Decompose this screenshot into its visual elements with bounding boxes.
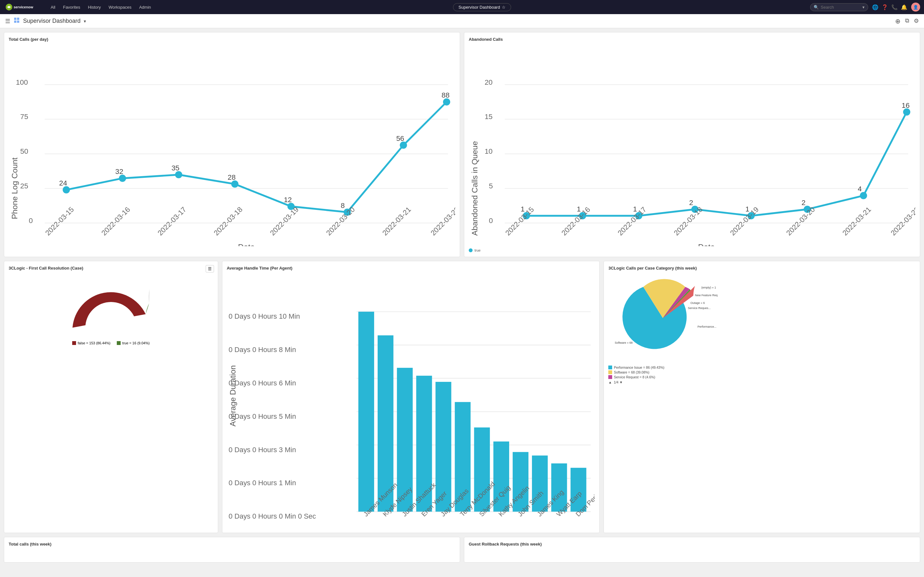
total-calls-week-title: Total calls (this week) (9, 542, 455, 546)
top-navigation: servicenow All Favorites History Workspa… (0, 0, 924, 14)
nav-admin[interactable]: Admin (136, 3, 155, 11)
svg-text:0: 0 (489, 217, 493, 225)
svg-point-20 (231, 181, 238, 187)
svg-text:Date: Date (238, 243, 255, 246)
abandoned-legend: true (469, 248, 915, 252)
hamburger-button[interactable]: ☰ (5, 18, 10, 25)
svg-rect-5 (17, 21, 19, 23)
service-label: Service Request = 8 (4.6%) (614, 375, 655, 379)
svg-point-23 (400, 142, 407, 148)
pagination-row: ▲ 1/4 ▼ (608, 380, 915, 384)
svg-text:12: 12 (284, 196, 292, 204)
nav-workspaces[interactable]: Workspaces (105, 3, 134, 11)
search-box[interactable]: 🔍 ▾ (810, 3, 868, 11)
gauge-false-label: false = 153 (86.44%) (72, 341, 110, 345)
subheader: ☰ Supervisor Dashboard ▾ ⊕ ⧉ ⚙ (0, 14, 924, 28)
help-icon[interactable]: ❓ (882, 4, 888, 10)
svg-text:0 Days 0 Hours 6 Min: 0 Days 0 Hours 6 Min (229, 379, 296, 387)
avatar[interactable]: 👤 (911, 3, 920, 11)
software-swatch (608, 370, 612, 374)
svg-point-60 (903, 108, 910, 116)
svg-text:2022-03-16: 2022-03-16 (560, 205, 592, 237)
svg-point-17 (63, 186, 69, 193)
false-swatch (72, 341, 76, 345)
avg-handle-title: Average Handle Time (Per Agent) (227, 266, 595, 271)
svg-point-19 (175, 171, 182, 178)
nav-favorites[interactable]: Favorites (60, 3, 83, 11)
subheader-actions: ⊕ ⧉ ⚙ (895, 17, 919, 25)
performance-swatch (608, 366, 612, 369)
svg-text:0 Days 0 Hours 1 Min: 0 Days 0 Hours 1 Min (229, 479, 296, 487)
share-icon[interactable]: ⧉ (905, 17, 909, 25)
dashboard-label: Supervisor Dashboard (459, 5, 500, 10)
svg-text:2022-03-21: 2022-03-21 (841, 205, 872, 237)
guest-rollback-title: Guest Rollback Requests (this week) (469, 542, 915, 546)
logo[interactable]: servicenow (4, 3, 42, 11)
globe-icon[interactable]: 🌐 (872, 4, 879, 10)
bar-0 (358, 312, 374, 511)
menu-button[interactable]: ☰ (206, 265, 214, 272)
svg-text:Outage = 6: Outage = 6 (691, 301, 705, 305)
first-call-title: 3CLogic - First Call Resolution (Case) (9, 266, 213, 271)
svg-text:Performance...: Performance... (697, 325, 716, 328)
legend-row-software: Software = 68 (39.08%) (608, 370, 915, 374)
svg-text:32: 32 (115, 168, 123, 176)
legend-label: true (475, 248, 481, 252)
svg-text:2: 2 (689, 199, 693, 207)
svg-text:2022-03-16: 2022-03-16 (100, 205, 132, 237)
legend-row-performance: Performance Issue = 86 (49.43%) (608, 366, 915, 369)
svg-text:2022-03-22: 2022-03-22 (429, 205, 455, 237)
svg-text:0: 0 (29, 217, 33, 225)
pie-chart-svg: (empty) = 1 New Feature Request =... Out… (608, 273, 717, 363)
nav-history[interactable]: History (85, 3, 104, 11)
svg-text:28: 28 (228, 173, 236, 181)
svg-text:2022-03-17: 2022-03-17 (617, 205, 648, 237)
svg-text:0 Days 0 Hours 5 Min: 0 Days 0 Hours 5 Min (229, 412, 296, 420)
pie-area: (empty) = 1 New Feature Request =... Out… (608, 273, 915, 363)
svg-text:4: 4 (858, 185, 861, 193)
dashboard-button[interactable]: Supervisor Dashboard ☆ (453, 3, 511, 11)
service-swatch (608, 375, 612, 379)
page-title: Supervisor Dashboard (23, 18, 80, 24)
nav-all[interactable]: All (47, 3, 58, 11)
svg-text:88: 88 (441, 91, 449, 99)
svg-text:2022-03-15: 2022-03-15 (43, 205, 76, 237)
gauge-labels: false = 153 (86.44%) true = 16 (9.04%) (72, 341, 150, 345)
abandoned-calls-title: Abandoned Calls (469, 37, 915, 42)
filter-icon[interactable]: ⚙ (914, 17, 919, 25)
svg-text:0 Days 0 Hours 8 Min: 0 Days 0 Hours 8 Min (229, 346, 296, 354)
charts-row-1: Total Calls (per day) 0 25 50 75 100 Pho… (4, 32, 920, 257)
false-label-text: false = 153 (86.44%) (78, 341, 110, 345)
pie-legend: Performance Issue = 86 (49.43%) Software… (608, 366, 915, 384)
main-content: Total Calls (per day) 0 25 50 75 100 Pho… (0, 28, 924, 566)
abandoned-calls-card: Abandoned Calls 0 5 10 15 20 Abandoned C… (464, 32, 920, 257)
svg-text:2022-03-18: 2022-03-18 (212, 205, 244, 237)
total-calls-week-card: Total calls (this week) (4, 537, 460, 562)
gauge-container: false = 153 (86.44%) true = 16 (9.04%) (9, 273, 213, 345)
phone-icon[interactable]: 📞 (891, 4, 898, 10)
svg-rect-3 (17, 18, 19, 20)
svg-text:0 Days 0 Hours 3 Min: 0 Days 0 Hours 3 Min (229, 445, 296, 453)
total-calls-title: Total Calls (per day) (9, 37, 455, 42)
svg-rect-2 (14, 18, 16, 20)
svg-text:10: 10 (485, 147, 493, 155)
pagination-text[interactable]: 1/4 ▼ (614, 380, 623, 384)
grid-button[interactable] (13, 17, 20, 25)
svg-text:Date: Date (698, 243, 715, 246)
chevron-down-icon[interactable]: ▾ (84, 19, 86, 24)
svg-text:Service Reques...: Service Reques... (688, 306, 711, 310)
svg-text:2022-03-22: 2022-03-22 (889, 205, 915, 237)
software-label: Software = 68 (39.08%) (614, 370, 649, 374)
total-calls-chart: 0 25 50 75 100 Phone Log Count (9, 44, 455, 246)
search-icon: 🔍 (814, 5, 819, 10)
calls-category-card: 3CLogic Calls per Case Category (this we… (604, 261, 920, 533)
svg-text:16: 16 (901, 102, 910, 110)
svg-text:75: 75 (20, 113, 28, 121)
bell-icon[interactable]: 🔔 (901, 4, 907, 10)
search-input[interactable] (821, 5, 859, 10)
search-dropdown-icon[interactable]: ▾ (863, 5, 864, 10)
svg-text:8: 8 (341, 201, 344, 210)
svg-text:24: 24 (59, 179, 67, 187)
add-icon[interactable]: ⊕ (895, 17, 901, 25)
guest-rollback-card: Guest Rollback Requests (this week) (464, 537, 920, 562)
